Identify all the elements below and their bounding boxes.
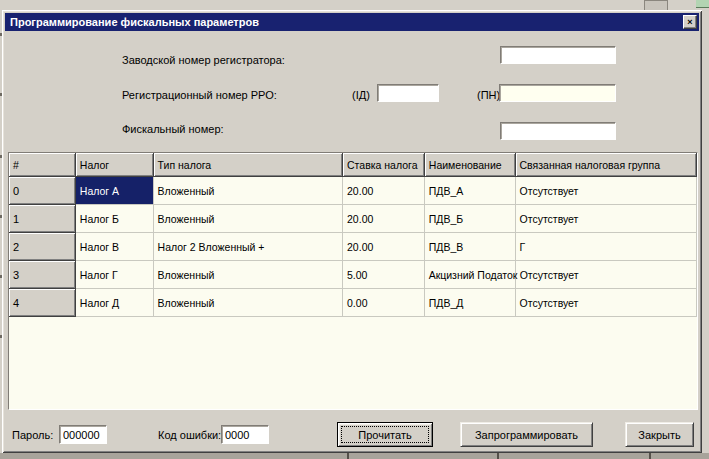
column-header-num[interactable]: #	[9, 153, 76, 177]
read-button[interactable]: Прочитать	[337, 422, 433, 447]
table-cell[interactable]: Налог А	[76, 177, 154, 205]
factory-number-label: Заводской номер регистратора:	[122, 54, 285, 66]
background-fragment	[649, 453, 651, 459]
table-cell[interactable]: Отсутствует	[516, 289, 697, 317]
error-code-label: Код ошибки:	[158, 429, 221, 441]
column-header-tax[interactable]: Налог	[76, 153, 154, 177]
tax-table: # Налог Тип налога Ставка налога Наимено…	[8, 152, 698, 410]
table-row: 2Налог ВНалог 2 Вложенный +20.00ПДВ_ВГ	[9, 233, 697, 261]
background-fragment	[644, 0, 668, 10]
background-fragment	[696, 0, 709, 8]
table-cell[interactable]: Налог Г	[76, 261, 154, 289]
table-cell[interactable]: ПДВ_Д	[425, 289, 516, 317]
table-row: 3Налог ГВложенный5.00Акцизний ПодатокОтс…	[9, 261, 697, 289]
column-header-rate[interactable]: Ставка налога	[343, 153, 425, 177]
table-cell[interactable]: ПДВ_А	[425, 177, 516, 205]
password-input[interactable]	[59, 425, 107, 444]
table-cell[interactable]: ПДВ_В	[425, 233, 516, 261]
table-cell[interactable]: Отсутствует	[516, 261, 697, 289]
fiscal-number-label: Фискальный номер:	[122, 123, 224, 135]
close-button[interactable]: Закрыть	[625, 422, 694, 447]
table-cell[interactable]: Отсутствует	[516, 205, 697, 233]
fiscal-number-input[interactable]	[500, 122, 616, 140]
window-title: Программирование фискальных параметров	[10, 16, 259, 28]
id-input[interactable]	[377, 84, 439, 102]
pn-label: (ПН)	[477, 89, 500, 101]
password-label: Пароль:	[12, 429, 53, 441]
error-code-input[interactable]	[221, 425, 269, 444]
factory-number-input[interactable]	[500, 46, 616, 64]
registration-number-label: Регистрационный номер РРО:	[122, 89, 277, 101]
table-cell[interactable]: Акцизний Податок	[425, 261, 516, 289]
table-cell[interactable]: 5.00	[343, 261, 425, 289]
pn-input[interactable]	[499, 84, 616, 102]
table-cell[interactable]: Вложенный	[154, 177, 343, 205]
tax-table-body: 0Налог АВложенный20.00ПДВ_АОтсутствует1Н…	[9, 177, 697, 317]
row-header[interactable]: 2	[9, 233, 76, 261]
table-row: 0Налог АВложенный20.00ПДВ_АОтсутствует	[9, 177, 697, 205]
column-header-name[interactable]: Наименование	[425, 153, 516, 177]
table-cell[interactable]: Налог Б	[76, 205, 154, 233]
table-cell[interactable]: Вложенный	[154, 289, 343, 317]
table-cell[interactable]: 20.00	[343, 177, 425, 205]
table-row: 4Налог ДВложенный0.00ПДВ_ДОтсутствует	[9, 289, 697, 317]
table-cell[interactable]: 20.00	[343, 205, 425, 233]
table-cell[interactable]: ПДВ_Б	[425, 205, 516, 233]
table-cell[interactable]: Отсутствует	[516, 177, 697, 205]
column-header-type[interactable]: Тип налога	[154, 153, 343, 177]
table-cell[interactable]: 20.00	[343, 233, 425, 261]
row-header[interactable]: 4	[9, 289, 76, 317]
column-header-group[interactable]: Связанная налоговая группа	[516, 153, 697, 177]
table-cell[interactable]: Налог 2 Вложенный +	[154, 233, 343, 261]
table-header-row: # Налог Тип налога Ставка налога Наимено…	[9, 153, 697, 177]
row-header[interactable]: 1	[9, 205, 76, 233]
table-cell[interactable]: Вложенный	[154, 205, 343, 233]
table-cell[interactable]: 0.00	[343, 289, 425, 317]
table-cell[interactable]: Налог Д	[76, 289, 154, 317]
row-header[interactable]: 0	[9, 177, 76, 205]
program-button[interactable]: Запрограммировать	[460, 422, 593, 447]
background-fragment	[347, 453, 349, 459]
title-bar[interactable]: Программирование фискальных параметров ×	[5, 13, 699, 31]
table-cell[interactable]: Вложенный	[154, 261, 343, 289]
screen: Программирование фискальных параметров ×…	[0, 0, 709, 459]
background-fragment	[0, 453, 709, 459]
row-header[interactable]: 3	[9, 261, 76, 289]
background-fragment	[497, 453, 499, 459]
fiscal-parameters-dialog: Программирование фискальных параметров ×…	[2, 10, 702, 453]
close-icon[interactable]: ×	[683, 15, 697, 29]
table-cell[interactable]: Налог В	[76, 233, 154, 261]
id-label: (ІД)	[352, 89, 370, 101]
table-row: 1Налог БВложенный20.00ПДВ_БОтсутствует	[9, 205, 697, 233]
table-cell[interactable]: Г	[516, 233, 697, 261]
